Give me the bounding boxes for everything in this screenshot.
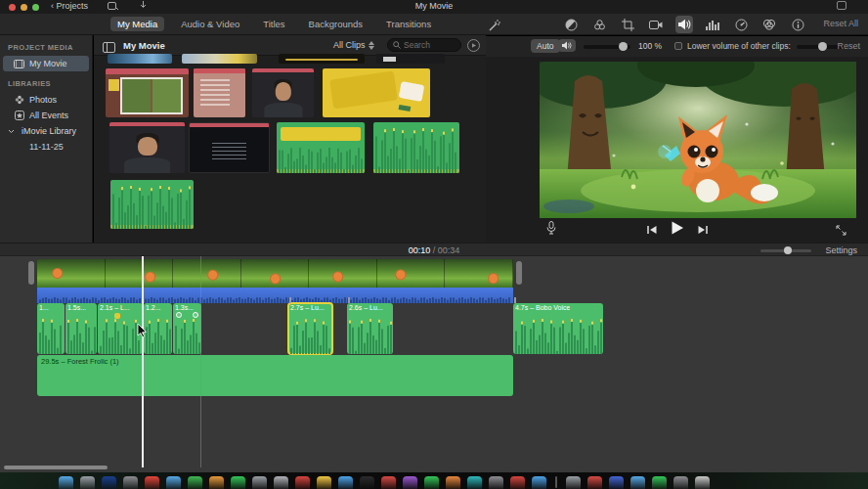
dock-app-icon[interactable] — [145, 476, 159, 489]
sidebar-item-my-movie[interactable]: My Movie — [3, 56, 89, 71]
video-clip-audio-strip[interactable] — [37, 288, 513, 303]
window-options-icon[interactable] — [837, 1, 846, 12]
dock-app-icon[interactable] — [446, 476, 460, 489]
media-thumbnail-strip-squiggle[interactable] — [279, 54, 365, 64]
volume-slider[interactable] — [584, 45, 630, 49]
dock-app-icon[interactable] — [403, 476, 417, 489]
dock-app-icon[interactable] — [338, 476, 353, 489]
dock-app-icon[interactable] — [123, 476, 138, 489]
fade-out-handle[interactable] — [193, 312, 198, 318]
audio-clip[interactable]: 1.2... — [144, 303, 172, 354]
audio-clip[interactable]: 2.6s – Lu... — [347, 303, 393, 354]
volume-icon[interactable] — [675, 16, 693, 33]
dock-app-icon[interactable] — [467, 476, 482, 489]
stabilization-icon[interactable] — [647, 16, 665, 33]
tab-backgrounds[interactable]: Backgrounds — [302, 17, 369, 31]
tab-transitions[interactable]: Transitions — [379, 17, 438, 31]
volume-slider-knob[interactable] — [619, 42, 628, 51]
dock-app-icon[interactable] — [609, 476, 624, 489]
fade-in-handle[interactable] — [176, 312, 182, 318]
dock-app-icon[interactable] — [317, 476, 331, 489]
clip-filter-dropdown[interactable]: All Clips — [333, 40, 374, 50]
media-thumbnail-audio[interactable] — [373, 122, 459, 173]
dock-app-icon[interactable] — [188, 476, 202, 489]
dock-app-icon[interactable] — [510, 476, 525, 489]
auto-volume-button[interactable]: Auto — [531, 39, 560, 53]
media-thumbnail-strip-bits[interactable] — [376, 54, 445, 64]
dock-app-icon[interactable] — [630, 476, 645, 489]
playhead[interactable] — [142, 256, 144, 467]
dock-app-icon[interactable] — [424, 476, 439, 489]
audio-clip[interactable]: 1.5s... — [65, 303, 97, 354]
sidebar-item-imovie-library[interactable]: iMovie Library — [0, 123, 92, 139]
audio-clip[interactable]: 1... — [37, 303, 65, 354]
tab-my-media[interactable]: My Media — [110, 17, 164, 31]
dock-app-icon[interactable] — [80, 476, 95, 489]
media-thumbnail-strip-gradient[interactable] — [182, 54, 257, 64]
timeline-zoom-knob[interactable] — [784, 246, 792, 254]
sidebar-item-photos[interactable]: Photos — [0, 92, 92, 108]
dock-app-icon[interactable] — [274, 476, 288, 489]
reset-volume-button[interactable]: Reset — [837, 41, 860, 51]
media-thumbnail-strip-blue[interactable] — [108, 54, 172, 64]
clip-right-trim-handle[interactable] — [516, 261, 522, 285]
media-thumbnail-webcam[interactable] — [109, 122, 185, 173]
media-thumbnail-audio[interactable] — [110, 180, 194, 229]
video-track-filmstrip[interactable] — [37, 259, 513, 288]
audio-clip[interactable]: 2.7s – Lu... — [288, 303, 332, 354]
media-thumbnail-webcam[interactable] — [252, 68, 314, 117]
dock-app-icon[interactable] — [102, 476, 116, 489]
dock-app-icon[interactable] — [59, 476, 73, 489]
fullscreen-icon[interactable] — [836, 222, 846, 240]
voiceover-mic-icon[interactable] — [546, 221, 556, 239]
chevron-down-icon[interactable] — [6, 129, 17, 134]
timeline[interactable]: 1...1.5s...2.1s – L...1.2...1.3s...2.7s … — [0, 256, 868, 472]
previous-frame-button[interactable] — [646, 221, 657, 239]
clip-left-trim-handle[interactable] — [28, 261, 34, 285]
reset-all-button[interactable]: Reset All — [823, 19, 858, 28]
info-icon[interactable] — [789, 16, 806, 33]
dock-app-icon[interactable] — [166, 476, 181, 489]
lower-volume-checkbox[interactable] — [674, 42, 682, 50]
clip-duration-button[interactable] — [467, 39, 480, 52]
sidebar-item-all-events[interactable]: All Events — [0, 108, 92, 123]
play-button[interactable] — [671, 221, 683, 239]
dock-app-icon[interactable] — [295, 476, 310, 489]
macos-dock[interactable] — [59, 476, 710, 489]
tab-audio-video[interactable]: Audio & Video — [174, 17, 246, 31]
enhance-magic-wand-icon[interactable] — [489, 18, 501, 35]
audio-clip[interactable]: 4.7s – Bobo Voice — [513, 303, 603, 354]
dock-app-icon[interactable] — [360, 476, 374, 489]
audio-clip[interactable]: 1.3s... — [173, 303, 201, 354]
dock-app-icon[interactable] — [587, 476, 602, 489]
dock-app-icon[interactable] — [209, 476, 224, 489]
media-thumbnail-collage[interactable] — [106, 68, 189, 117]
media-thumbnail-document[interactable] — [194, 68, 245, 117]
dock-app-icon[interactable] — [673, 476, 688, 489]
timeline-settings-button[interactable]: Settings — [825, 245, 857, 255]
noise-reduction-icon[interactable] — [704, 16, 721, 33]
dock-app-icon[interactable] — [532, 476, 546, 489]
background-music-clip[interactable]: 29.5s – Forest Frolic (1) — [37, 355, 513, 396]
media-thumbnail-terminal[interactable] — [189, 122, 270, 173]
clip-filter-icon[interactable] — [760, 16, 778, 33]
dock-app-icon[interactable] — [652, 476, 667, 489]
media-thumbnail-slide[interactable] — [323, 68, 430, 117]
dock-app-icon[interactable] — [381, 476, 396, 489]
color-correction-icon[interactable] — [590, 16, 608, 33]
speed-icon[interactable] — [732, 16, 750, 33]
lower-volume-knob[interactable] — [818, 42, 827, 51]
mute-speaker-button[interactable] — [558, 39, 576, 52]
tab-titles[interactable]: Titles — [256, 17, 291, 31]
dock-app-icon[interactable] — [252, 476, 267, 489]
sidebar-item-11-11-25[interactable]: 11-11-25 — [0, 139, 92, 155]
timeline-zoom-slider[interactable] — [760, 249, 811, 252]
dock-app-icon[interactable] — [231, 476, 245, 489]
color-balance-icon[interactable] — [562, 16, 580, 33]
horizontal-scrollbar[interactable] — [4, 466, 108, 469]
next-frame-button[interactable] — [697, 221, 708, 239]
crop-icon[interactable] — [619, 16, 636, 33]
media-thumbnail-audio-yellow[interactable] — [277, 122, 365, 173]
dock-app-icon[interactable] — [695, 476, 710, 489]
dock-app-icon[interactable] — [489, 476, 503, 489]
